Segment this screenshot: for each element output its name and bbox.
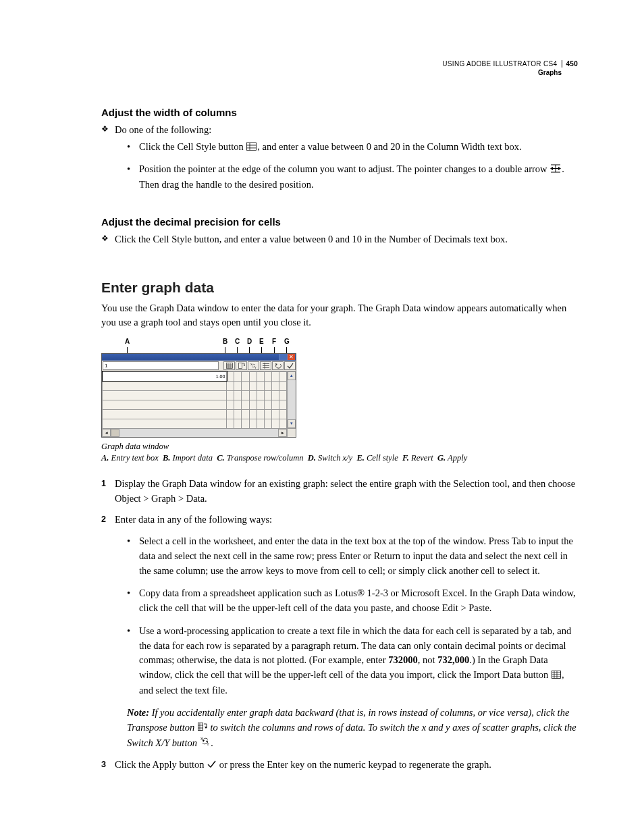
switch-xy-button[interactable]: XY: [248, 361, 259, 370]
callout-label: E: [259, 338, 264, 345]
switch-xy-icon: XY: [200, 736, 211, 751]
apply-check-icon: [207, 758, 216, 773]
body-text: or press the Enter key on the numeric ke…: [217, 759, 491, 770]
list-item: Click the Cell Style button , and enter …: [127, 140, 578, 155]
import-data-icon: [552, 669, 561, 683]
legend-item: Revert: [411, 453, 433, 463]
toolbar: 1 XY: [102, 361, 296, 371]
list-item: Do one of the following: Click the Cell …: [101, 122, 578, 192]
callout-label: F: [272, 338, 276, 345]
note-text: .: [211, 737, 214, 748]
cell-style-icon: [246, 140, 257, 155]
legend-item: Apply: [448, 453, 467, 463]
chapter-name: Graphs: [442, 68, 562, 77]
entry-text-box[interactable]: 1: [103, 361, 219, 370]
svg-rect-31: [198, 723, 203, 730]
svg-marker-38: [206, 740, 208, 742]
graph-data-window: ✕ 1 XY 1.00: [101, 353, 296, 438]
heading-decimal-precision: Adjust the decimal precision for cells: [101, 216, 578, 228]
body-text: Copy data from a spreadsheet application…: [139, 588, 576, 613]
data-grid[interactable]: 1.00: [102, 371, 287, 428]
example-number: 732000: [388, 654, 418, 665]
list-item: Click the Cell Style button, and enter a…: [101, 232, 578, 246]
body-text: Position the pointer at the edge of the …: [139, 163, 549, 174]
product-name: USING ADOBE ILLUSTRATOR CS4: [442, 60, 557, 68]
cell-style-button[interactable]: [260, 361, 271, 370]
double-arrow-icon: [550, 163, 561, 178]
body-text: Click the Cell Style button, and enter a…: [115, 234, 508, 244]
window-titlebar: ✕: [102, 354, 296, 361]
horizontal-scrollbar[interactable]: ◂ ▸: [102, 428, 296, 437]
legend-item: Switch x/y: [318, 453, 352, 463]
body-text: You use the Graph Data window to enter t…: [101, 301, 578, 330]
page-number: 450: [562, 60, 578, 68]
note-label: Note:: [127, 707, 149, 718]
body-text: Click the Cell Style button: [139, 141, 246, 152]
svg-rect-16: [238, 363, 242, 368]
svg-marker-39: [203, 740, 205, 742]
body-text: Enter data in any of the following ways:: [115, 514, 272, 525]
minimize-button[interactable]: [279, 354, 287, 360]
callout-label: C: [235, 338, 240, 345]
note-block: Note: If you accidentally enter graph da…: [127, 706, 578, 751]
figure-legend: A. Entry text box B. Import data C. Tran…: [101, 453, 578, 463]
svg-marker-7: [550, 167, 553, 170]
list-item: Select a cell in the worksheet, and ente…: [127, 534, 578, 578]
revert-button[interactable]: [272, 361, 284, 370]
figure-caption: Graph data window: [101, 442, 578, 452]
body-text: Click the Apply button: [115, 759, 207, 770]
graph-data-window-figure: A B C D E F G ✕: [101, 338, 578, 463]
import-data-button[interactable]: [223, 361, 235, 370]
step-item: 1 Display the Graph Data window for an e…: [101, 477, 578, 506]
body-text: Do one of the following:: [115, 124, 211, 135]
vertical-scrollbar[interactable]: ▴ ▾: [287, 371, 296, 428]
list-item: Use a word-processing application to cre…: [127, 624, 578, 698]
svg-rect-0: [247, 143, 257, 151]
step-item: 2 Enter data in any of the following way…: [101, 513, 578, 751]
callout-label: A: [125, 338, 130, 345]
transpose-button[interactable]: [236, 361, 247, 370]
body-text: Display the Graph Data window for an exi…: [115, 478, 575, 504]
body-text: , not: [418, 654, 437, 665]
list-item: Position the pointer at the edge of the …: [127, 162, 578, 192]
body-text: , and enter a value between 0 and 20 in …: [257, 141, 521, 152]
list-item: Copy data from a spreadsheet application…: [127, 586, 578, 616]
callout-label: G: [284, 338, 290, 345]
legend-item: Entry text box: [111, 453, 159, 463]
body-text: Select a cell in the worksheet, and ente…: [139, 536, 573, 576]
document-page: USING ADOBE ILLUSTRATOR CS4 450 Graphs A…: [0, 0, 644, 834]
svg-text:X: X: [250, 363, 252, 366]
callout-label: B: [223, 338, 227, 345]
legend-item: Cell style: [367, 453, 398, 463]
heading-adjust-width: Adjust the width of columns: [101, 107, 578, 118]
callout-label: D: [247, 338, 252, 345]
step-item: 3 Click the Apply button or press the En…: [101, 758, 578, 773]
apply-button[interactable]: [284, 361, 296, 370]
page-header: USING ADOBE ILLUSTRATOR CS4 450 Graphs: [442, 59, 578, 77]
heading-enter-graph-data: Enter graph data: [101, 280, 578, 296]
transpose-icon: [198, 721, 207, 736]
svg-marker-8: [558, 167, 561, 170]
legend-item: Import data: [173, 453, 213, 463]
legend-item: Transpose row/column: [227, 453, 304, 463]
example-number: 732,000: [437, 654, 469, 665]
grid-cell-selected[interactable]: 1.00: [103, 371, 227, 381]
close-button[interactable]: ✕: [287, 354, 295, 360]
